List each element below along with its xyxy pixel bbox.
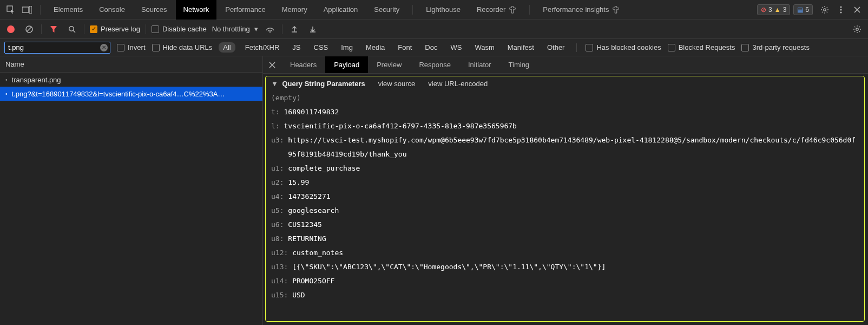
param-row: u6: CUS12345	[271, 218, 859, 232]
clear-filter-icon[interactable]: ✕	[100, 44, 108, 51]
tab-application[interactable]: Application	[316, 0, 366, 20]
filter-input[interactable]: t.png ✕	[4, 42, 110, 54]
param-key: u3:	[271, 133, 288, 161]
param-key: u14:	[271, 274, 292, 288]
tab-lighthouse[interactable]: Lighthouse	[418, 0, 468, 20]
divider	[412, 5, 413, 15]
divider	[84, 24, 84, 34]
type-manifest[interactable]: Manifest	[504, 42, 537, 53]
devtools-top-tabs: Elements Console Sources Network Perform…	[0, 0, 868, 20]
tab-memory[interactable]: Memory	[274, 0, 315, 20]
hide-data-urls-toggle[interactable]: Hide data URLs	[152, 43, 213, 51]
param-row: u2: 15.99	[271, 176, 859, 190]
view-source-link[interactable]: view source	[378, 80, 416, 88]
export-har-icon[interactable]	[288, 23, 301, 36]
type-media[interactable]: Media	[363, 42, 388, 53]
request-detail-pane: Headers Payload Preview Response Initiat…	[263, 56, 868, 325]
request-row[interactable]: • t.png?&t=1689011749832&l=tvscientific-…	[0, 87, 262, 101]
request-list-header-name[interactable]: Name	[0, 56, 262, 73]
throttling-value: No throttling	[212, 25, 250, 33]
tab-performance-insights[interactable]: Performance insights	[535, 0, 627, 20]
param-value: USD	[292, 288, 305, 302]
messages-badge[interactable]: ▤ 6	[793, 4, 813, 15]
filter-toggle-icon[interactable]	[47, 23, 60, 36]
type-css[interactable]: CSS	[311, 42, 332, 53]
messages-icon: ▤	[797, 6, 803, 14]
svg-point-4	[840, 6, 841, 8]
type-doc[interactable]: Doc	[422, 42, 440, 53]
tab-performance[interactable]: Performance	[218, 0, 273, 20]
type-img[interactable]: Img	[338, 42, 356, 53]
invert-toggle[interactable]: Invert	[117, 43, 146, 51]
tab-elements[interactable]: Elements	[46, 0, 90, 20]
dtab-preview[interactable]: Preview	[368, 56, 410, 73]
close-devtools-icon[interactable]	[850, 2, 865, 17]
svg-point-3	[824, 8, 826, 10]
device-toolbar-icon[interactable]	[19, 2, 35, 17]
request-row[interactable]: • transparent.png	[0, 73, 262, 87]
third-party-toggle[interactable]: 3rd-party requests	[741, 43, 810, 51]
bullet-icon: •	[5, 91, 8, 97]
svg-point-11	[269, 31, 271, 32]
divider	[146, 24, 146, 34]
query-string-title: Query String Parameters	[282, 80, 365, 88]
dtab-headers[interactable]: Headers	[281, 56, 325, 73]
type-wasm[interactable]: Wasm	[471, 42, 497, 53]
disable-cache-toggle[interactable]: Disable cache	[152, 25, 207, 33]
inspect-element-icon[interactable]	[3, 2, 18, 17]
errors-badge[interactable]: ⊘ 3 ▲ 3	[757, 4, 790, 15]
close-detail-icon[interactable]	[263, 56, 281, 73]
type-all[interactable]: All	[219, 42, 235, 53]
import-har-icon[interactable]	[306, 23, 319, 36]
param-value: https://tvsci-test.myshopify.com/wpm@6b5…	[288, 133, 859, 161]
param-row: t: 1689011749832	[271, 105, 859, 119]
svg-line-8	[27, 27, 31, 31]
checkbox-icon	[668, 44, 675, 51]
divider	[529, 5, 530, 15]
param-key: u15:	[271, 288, 292, 302]
hide-data-urls-label: Hide data URLs	[163, 43, 213, 51]
dtab-timing[interactable]: Timing	[500, 56, 538, 73]
throttling-select[interactable]: No throttling ▾	[212, 25, 258, 33]
blocked-requests-label: Blocked Requests	[679, 43, 735, 51]
search-icon[interactable]	[65, 23, 78, 36]
record-button[interactable]	[4, 23, 17, 36]
dtab-initiator[interactable]: Initiator	[459, 56, 500, 73]
type-ws[interactable]: WS	[447, 42, 465, 53]
checkbox-icon	[586, 44, 593, 51]
dtab-response[interactable]: Response	[410, 56, 459, 73]
tab-sources[interactable]: Sources	[134, 0, 175, 20]
network-filter-row: t.png ✕ Invert Hide data URLs All Fetch/…	[0, 39, 868, 56]
checkbox-icon	[117, 44, 124, 51]
preserve-log-label: Preserve log	[101, 25, 140, 33]
more-menu-icon[interactable]	[833, 2, 849, 17]
tab-recorder[interactable]: Recorder	[469, 0, 524, 20]
clear-button[interactable]	[23, 23, 36, 36]
errors-count: 3	[768, 6, 772, 14]
dtab-payload[interactable]: Payload	[325, 56, 368, 73]
network-conditions-icon[interactable]	[264, 23, 277, 36]
type-other[interactable]: Other	[544, 42, 568, 53]
param-row: u15: USD	[271, 288, 859, 302]
divider	[282, 24, 282, 34]
blocked-requests-toggle[interactable]: Blocked Requests	[668, 43, 735, 51]
tab-console[interactable]: Console	[91, 0, 133, 20]
network-controls: ✓ Preserve log Disable cache No throttli…	[0, 20, 868, 39]
caret-down-icon[interactable]: ▼	[271, 80, 278, 88]
type-font[interactable]: Font	[394, 42, 415, 53]
blocked-cookies-toggle[interactable]: Has blocked cookies	[586, 43, 661, 51]
network-settings-gear-icon[interactable]	[851, 23, 864, 36]
type-js[interactable]: JS	[289, 42, 304, 53]
param-key: u2:	[271, 176, 288, 190]
checkbox-icon	[152, 25, 159, 33]
settings-gear-icon[interactable]	[817, 2, 832, 17]
preserve-log-toggle[interactable]: ✓ Preserve log	[90, 25, 140, 33]
view-url-encoded-link[interactable]: view URL-encoded	[428, 80, 488, 88]
query-string-section-header: ▼ Query String Parameters view source vi…	[271, 80, 859, 88]
tab-network[interactable]: Network	[176, 0, 217, 20]
tab-security[interactable]: Security	[366, 0, 407, 20]
filter-input-value: t.png	[8, 43, 24, 51]
param-row: u12: custom_notes	[271, 246, 859, 260]
param-row: u8: RETURNING	[271, 232, 859, 246]
type-fetchxhr[interactable]: Fetch/XHR	[242, 42, 283, 53]
